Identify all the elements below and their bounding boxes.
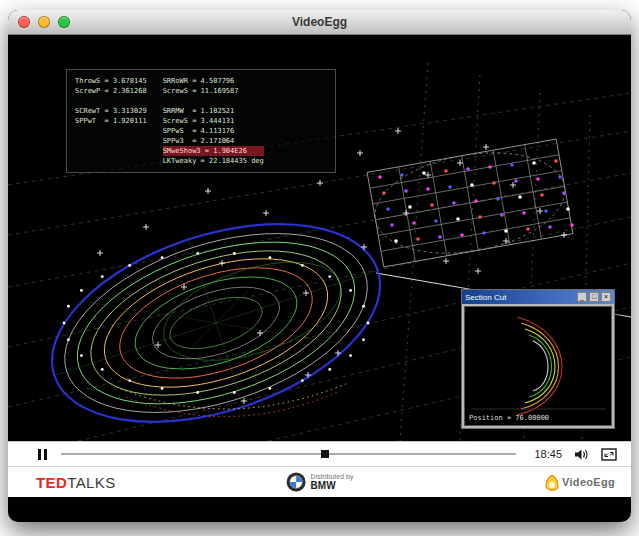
ted-wordmark: TED [36, 474, 67, 491]
overlay-line: SRRMW = 1.102521 [163, 106, 264, 116]
egg-icon [545, 474, 559, 491]
zoom-button[interactable] [58, 16, 70, 28]
bmw-sponsor-credit[interactable]: Distributed by BMW [286, 472, 354, 492]
overlay-line [163, 96, 264, 106]
progress-handle[interactable] [321, 450, 329, 458]
bmw-label: BMW [311, 480, 354, 491]
close-button[interactable] [18, 16, 30, 28]
minimize-button[interactable] [38, 16, 50, 28]
overlay-column-right: SRRoWR = 4.507796ScrewS = 11.169587SRRMW… [163, 76, 264, 166]
bmw-roundel-icon [286, 472, 306, 492]
inset-readout: Position = 76.00000 [469, 414, 549, 422]
overlay-line: ScrewS = 11.169587 [163, 86, 264, 96]
screenshot-stage: VideoEgg [0, 0, 639, 536]
traffic-lights [18, 16, 70, 28]
inset-titlebar: Section Cut _ □ × [462, 290, 614, 304]
window-titlebar[interactable]: VideoEgg [8, 10, 631, 35]
overlay-line: SPPwT = 1.920111 [75, 116, 147, 126]
volume-icon[interactable] [574, 448, 589, 461]
tedtalks-logo[interactable]: TEDTALKS [36, 474, 116, 491]
overlay-line [75, 96, 147, 106]
time-display: 18:45 [528, 448, 562, 460]
bmw-credit-text: Distributed by BMW [311, 473, 354, 492]
pause-button[interactable] [36, 447, 49, 462]
overlay-line: SPPw3 = 2.171064 [163, 136, 264, 146]
inset-plot: Position = 76.00000 [464, 306, 612, 426]
window-title: VideoEgg [292, 15, 347, 29]
section-inset-window: Section Cut _ □ × [461, 289, 615, 429]
inset-maximize-icon: □ [589, 292, 599, 302]
overlay-column-left: ThrowS = 3.678145ScrewP = 2.361268SCRewT… [75, 76, 147, 166]
player-controls: 18:45 [8, 441, 631, 466]
overlay-line: ThrowS = 3.678145 [75, 76, 147, 86]
overlay-line: SCRewT = 3.313029 [75, 106, 147, 116]
videoegg-wordmark: VideoEgg [562, 476, 615, 488]
overlay-line: SRRoWR = 4.507796 [163, 76, 264, 86]
fullscreen-icon[interactable] [601, 448, 617, 461]
videoegg-logo[interactable]: VideoEgg [545, 474, 615, 491]
video-surface[interactable]: ThrowS = 3.678145ScrewP = 2.361268SCRewT… [8, 35, 631, 441]
talks-wordmark: TALKS [67, 474, 115, 491]
videoegg-window: VideoEgg [8, 10, 631, 522]
inset-title: Section Cut [465, 293, 575, 302]
seek-bar[interactable] [61, 448, 516, 460]
telemetry-overlay: ThrowS = 3.678145ScrewP = 2.361268SCRewT… [66, 69, 336, 173]
section-curves [465, 307, 611, 425]
sponsor-footer: TEDTALKS Distributed by BMW [8, 466, 631, 497]
overlay-line: ScrewS = 3.444131 [163, 116, 264, 126]
overlay-line: LKTweaky = 22.184435 deg [163, 156, 264, 166]
inset-close-icon: × [601, 292, 611, 302]
overlay-line: SMweShow3 = 1.904E26 [163, 146, 264, 156]
distributed-by-label: Distributed by [311, 473, 354, 481]
inset-minimize-icon: _ [577, 292, 587, 302]
overlay-line: ScrewP = 2.361268 [75, 86, 147, 96]
seek-track [61, 453, 516, 455]
overlay-line: SPPwS = 4.113176 [163, 126, 264, 136]
